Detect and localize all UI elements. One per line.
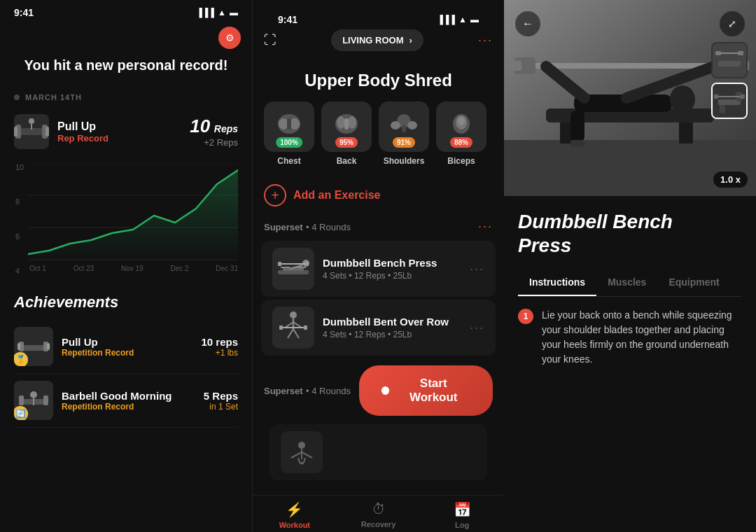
tab-equipment[interactable]: Equipment (657, 270, 730, 296)
panel-workout: 9:41 ▐▐▐ ▲ ▬ ⛶ LIVING ROOM › ··· Upper B… (252, 0, 504, 532)
back-label: Back (337, 156, 357, 166)
battery-icon: ▬ (230, 8, 238, 18)
svg-point-22 (30, 391, 37, 398)
achievement-name-2: Barbell Good Morning (62, 390, 195, 402)
svg-rect-81 (718, 61, 741, 66)
instruction-text-1: Lie your back onto a bench while squeezi… (542, 308, 742, 367)
svg-rect-84 (738, 51, 743, 55)
achievement-item-1: 🏅 Pull Up Repetition Record 10 reps +1 l… (14, 320, 238, 374)
svg-point-38 (458, 117, 465, 125)
muscle-chest[interactable]: 100% Chest (264, 102, 314, 166)
expand-button[interactable]: ⤢ (720, 11, 745, 36)
start-dot (382, 386, 390, 395)
expand-icon[interactable]: ⛶ (264, 33, 276, 48)
location-pill[interactable]: LIVING ROOM › (331, 29, 424, 51)
svg-rect-13 (21, 345, 46, 351)
achievement-thumb-1: 🏅 (14, 327, 53, 366)
pr-header: You hit a new personal record! (0, 22, 252, 85)
superset-more-1[interactable]: ··· (478, 219, 493, 234)
record-info: Pull Up Rep Record (57, 120, 181, 144)
nav-recovery[interactable]: ⏱ Recovery (337, 501, 421, 529)
exercise-photo: ← ⤢ (504, 0, 756, 196)
svg-rect-65 (504, 140, 756, 196)
achievements-section: Achievements 🏅 Pull Up Repetition (0, 282, 252, 433)
partial-card (253, 424, 504, 480)
svg-rect-57 (279, 326, 283, 330)
muscle-biceps[interactable]: 88% Biceps (436, 102, 486, 166)
speed-badge[interactable]: 1.0 x (713, 172, 748, 188)
achievement-type-2: Repetition Record (62, 402, 195, 412)
muscle-biceps-icon: 88% (436, 102, 486, 152)
recovery-nav-icon: ⏱ (372, 501, 386, 517)
svg-point-29 (337, 116, 345, 129)
add-exercise-button[interactable]: + Add an Exercise (253, 177, 504, 214)
instructions-content: 1 Lie your back onto a bench while squee… (518, 308, 742, 386)
exercise-title-text: Dumbbell BenchPress (518, 211, 673, 256)
superset-row-2: Superset • 4 Rounds Start Workout (253, 360, 504, 421)
superset-label-2: Superset (264, 386, 303, 396)
svg-point-30 (348, 116, 356, 129)
panel-personal-record: 9:41 ▐▐▐ ▲ ▬ ⚙ You hit a new personal re… (0, 0, 252, 532)
svg-rect-58 (304, 326, 307, 330)
start-label: Start Workout (396, 377, 470, 405)
exercise-more-2[interactable]: ··· (470, 321, 484, 335)
bottom-nav: ⚡ Workout ⏱ Recovery 📅 Log (253, 495, 504, 532)
signal-icon: ▐▐▐ (197, 8, 215, 18)
exercise-thumb-2 (272, 307, 314, 349)
workout-title: Upper Body Shred (253, 65, 504, 102)
tab-muscles[interactable]: Muscles (596, 270, 657, 296)
shoulders-label: Shoulders (384, 156, 425, 166)
superset-label-1: Superset (264, 222, 303, 232)
recovery-nav-label: Recovery (361, 520, 396, 528)
superset-header-1: Superset • 4 Rounds ··· (253, 214, 504, 239)
achievement-type-1: Repetition Record (62, 348, 192, 358)
muscle-chest-icon: 100% (264, 102, 314, 152)
svg-point-50 (290, 312, 297, 318)
exercise-card-1[interactable]: Dumbbell Bench Press 4 Sets • 12 Reps • … (261, 241, 496, 297)
wifi-icon-2: ▲ (458, 15, 467, 24)
exercise-more-1[interactable]: ··· (470, 262, 484, 276)
svg-rect-78 (570, 111, 584, 142)
tab-instructions[interactable]: Instructions (518, 270, 596, 296)
thumb-1[interactable] (711, 42, 748, 78)
thumb-2[interactable] (711, 83, 748, 119)
nav-workout[interactable]: ⚡ Workout (253, 501, 337, 529)
svg-rect-47 (278, 262, 281, 266)
svg-point-34 (407, 121, 417, 130)
status-icons-1: ▐▐▐ ▲ ▬ (197, 8, 238, 18)
svg-rect-16 (18, 343, 20, 350)
back-button[interactable]: ← (515, 11, 540, 36)
add-icon: + (264, 184, 286, 206)
log-nav-label: Log (455, 521, 469, 529)
achievement-value-2: 5 Reps in 1 Set (204, 390, 238, 412)
start-workout-button[interactable]: Start Workout (359, 365, 493, 416)
muscle-shoulders[interactable]: 91% Shoulders (379, 102, 429, 166)
record-card: Pull Up Rep Record 10 Reps +2 Reps (0, 107, 252, 156)
record-name: Pull Up (57, 120, 181, 133)
time-1: 9:41 (14, 7, 34, 18)
svg-rect-79 (570, 140, 584, 147)
achievement-item-2: 🔄 Barbell Good Morning Repetition Record… (14, 374, 238, 428)
svg-rect-72 (511, 61, 522, 71)
exercise-card-2[interactable]: Dumbbell Bent Over Row 4 Sets • 12 Reps … (261, 300, 496, 356)
more-dots-top[interactable]: ··· (478, 33, 493, 48)
badge-icon-2: 🔄 (14, 406, 28, 420)
svg-rect-80 (713, 43, 746, 77)
exercise-thumb-3 (281, 431, 323, 473)
achievements-title: Achievements (14, 293, 238, 312)
instruction-num-1: 1 (518, 309, 533, 324)
chest-label: Chest (277, 156, 300, 166)
badge-icon-1: 🏅 (14, 352, 28, 366)
record-value: 10 Reps +2 Reps (190, 115, 238, 148)
svg-rect-21 (43, 396, 48, 405)
chart-container: 10864 Oct 1Oct 23 (0, 156, 252, 282)
nav-log[interactable]: 📅 Log (420, 501, 504, 529)
detail-tabs: Instructions Muscles Equipment (518, 270, 742, 297)
wifi-icon: ▲ (218, 8, 226, 18)
svg-rect-3 (14, 127, 18, 136)
exercise-details-2: 4 Sets • 12 Reps • 25Lb (323, 330, 461, 340)
date-label: MARCH 14TH (0, 85, 252, 107)
gear-button[interactable]: ⚙ (218, 27, 241, 49)
workout-nav-icon: ⚡ (286, 501, 303, 518)
muscle-back[interactable]: 95% Back (321, 102, 372, 166)
